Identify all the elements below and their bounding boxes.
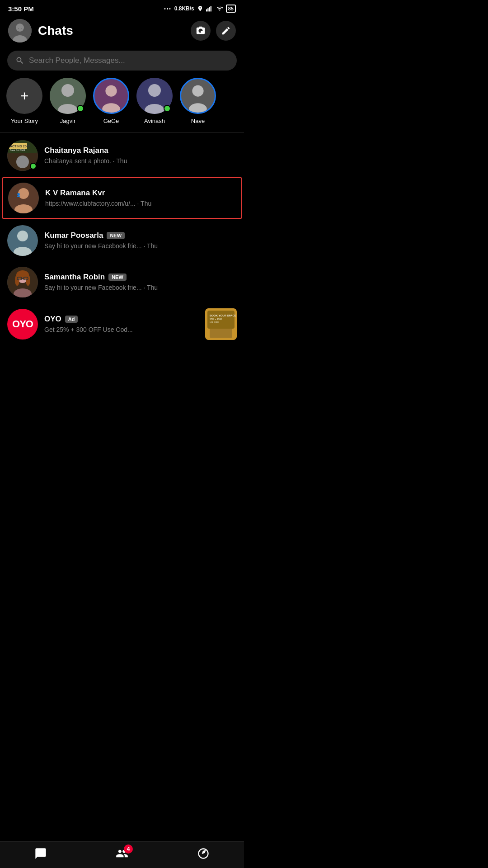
chat-name-kvramana: K V Ramana Kvr [45,189,105,198]
svg-text:USE CODE: USE CODE [210,321,219,323]
stories-row: + Your Story Jagvir GeGe Avinash [0,78,244,132]
new-badge-kumar: NEW [107,232,125,239]
chat-name-row-oyo: OYO Ad [44,315,199,324]
chat-item-kvramana[interactable]: 👤 K V Ramana Kvr https://www.clubfactory… [2,177,242,219]
search-icon [15,56,24,65]
svg-rect-0 [206,9,207,12]
chat-name-kumar: Kumar Poosarla [44,231,103,240]
story-item-gege[interactable]: GeGe [93,78,129,124]
chat-preview-oyo: Get 25% + 300 OFF Use Cod... [44,326,133,333]
svg-text:Save Girl Child: Save Girl Child [10,149,25,151]
chat-list: ACTING 2047 Save Girl Child Chaitanya Ra… [0,135,244,345]
svg-point-26 [16,156,29,168]
chat-name-chaitanya: Chaitanya Rajana [44,146,108,155]
alarm-icon [197,5,203,12]
compose-icon [221,26,231,36]
story-item-nave[interactable]: Nave [180,78,216,124]
story-avatar-wrap-avinash [136,78,173,114]
profile-avatar[interactable] [8,19,32,42]
chat-item-oyo[interactable]: OYO OYO Ad Get 25% + 300 OFF Use Cod... … [0,303,244,345]
status-right: ••• 0.8KB/s 85 [164,5,236,13]
camera-icon [196,26,206,36]
story-label-jagvir: Jagvir [60,118,76,124]
section-divider [0,132,244,133]
chat-avatar-samantha [7,267,38,297]
status-time: 3:50 PM [8,5,34,13]
network-speed: 0.8KB/s [174,5,194,12]
online-indicator-jagvir [77,105,84,112]
story-avatar-wrap-nave [180,78,216,114]
svg-text:ACTING 2047: ACTING 2047 [10,145,30,148]
svg-text:👤: 👤 [16,193,21,197]
svg-text:25% + ₹300: 25% + ₹300 [210,318,222,321]
chat-preview-samantha: Say hi to your new Facebook frie... · Th… [44,284,158,291]
chat-preview-kumar: Say hi to your new Facebook frie... · Th… [44,242,158,250]
chat-item-kumar[interactable]: Kumar Poosarla NEW Say hi to your new Fa… [0,220,244,261]
svg-rect-2 [209,7,210,12]
story-avatar-nave [180,78,216,114]
svg-rect-45 [210,329,232,338]
story-item-your-story[interactable]: + Your Story [6,78,42,124]
battery-level: 85 [228,6,234,11]
chat-avatar-wrap-oyo: OYO [7,309,38,340]
chat-name-row-samantha: Samantha Robin NEW [44,273,237,282]
status-bar: 3:50 PM ••• 0.8KB/s 85 [0,0,244,15]
chat-info-oyo: OYO Ad Get 25% + 300 OFF Use Cod... [44,315,199,334]
chat-info-chaitanya: Chaitanya Rajana Chaitanya sent a photo.… [44,146,237,165]
story-item-avinash[interactable]: Avinash [136,78,173,124]
chat-avatar-wrap-chaitanya: ACTING 2047 Save Girl Child [7,140,38,171]
header-actions [191,21,236,41]
chat-preview-kvramana: https://www.clubfactory.com/u/... · Thu [45,200,151,207]
svg-point-32 [17,231,28,241]
svg-rect-8 [21,28,22,29]
chat-preview-chaitanya: Chaitanya sent a photo. · Thu [44,157,127,165]
chat-item-samantha[interactable]: Samantha Robin NEW Say hi to your new Fa… [0,261,244,303]
chat-avatar-kvramana: 👤 [8,183,39,213]
ad-thumbnail-oyo: BOOK YOUR SPACE 25% + ₹300 USE CODE [205,308,237,340]
chat-name-row-kumar: Kumar Poosarla NEW [44,231,237,240]
story-label-your-story: Your Story [11,118,38,124]
story-avatar-gege [93,78,129,114]
svg-rect-1 [207,8,208,11]
story-label-avinash: Avinash [144,118,165,124]
story-label-nave: Nave [191,118,205,124]
new-badge-samantha: NEW [108,274,127,281]
svg-point-19 [192,85,203,97]
page-title: Chats [38,24,184,38]
chat-avatar-wrap-samantha [7,267,38,297]
svg-point-5 [16,24,24,32]
chat-info-kvramana: K V Ramana Kvr https://www.clubfactory.c… [45,189,236,208]
svg-point-16 [148,84,161,97]
svg-rect-7 [18,28,19,29]
search-input[interactable] [29,56,229,65]
svg-point-10 [61,84,74,97]
chat-avatar-oyo: OYO [7,309,38,340]
header: Chats [0,15,244,48]
battery-indicator: 85 [226,5,236,13]
wifi-icon [216,5,223,12]
chat-info-samantha: Samantha Robin NEW Say hi to your new Fa… [44,273,237,292]
chat-name-row-kvramana: K V Ramana Kvr [45,189,236,198]
chat-item-chaitanya[interactable]: ACTING 2047 Save Girl Child Chaitanya Ra… [0,135,244,176]
story-avatar-wrap-jagvir [50,78,86,114]
status-dots: ••• [164,6,172,11]
svg-point-39 [26,275,30,286]
svg-text:BOOK YOUR SPACE: BOOK YOUR SPACE [210,314,236,317]
svg-rect-3 [210,6,211,11]
online-indicator-avinash [164,105,171,112]
svg-point-38 [15,275,19,286]
chat-name-samantha: Samantha Robin [44,273,105,282]
svg-point-13 [105,85,117,97]
ad-badge-oyo: Ad [65,316,78,323]
camera-button[interactable] [191,21,211,41]
story-item-jagvir[interactable]: Jagvir [50,78,86,124]
chat-info-kumar: Kumar Poosarla NEW Say hi to your new Fa… [44,231,237,250]
search-bar[interactable] [7,51,237,71]
story-label-gege: GeGe [103,118,119,124]
compose-button[interactable] [216,21,236,41]
chat-name-row-chaitanya: Chaitanya Rajana [44,146,237,155]
chat-avatar-kumar [7,225,38,256]
add-story-button[interactable]: + [6,78,42,114]
online-indicator-chaitanya [30,163,37,170]
chat-avatar-wrap-kvramana: 👤 [8,183,39,213]
